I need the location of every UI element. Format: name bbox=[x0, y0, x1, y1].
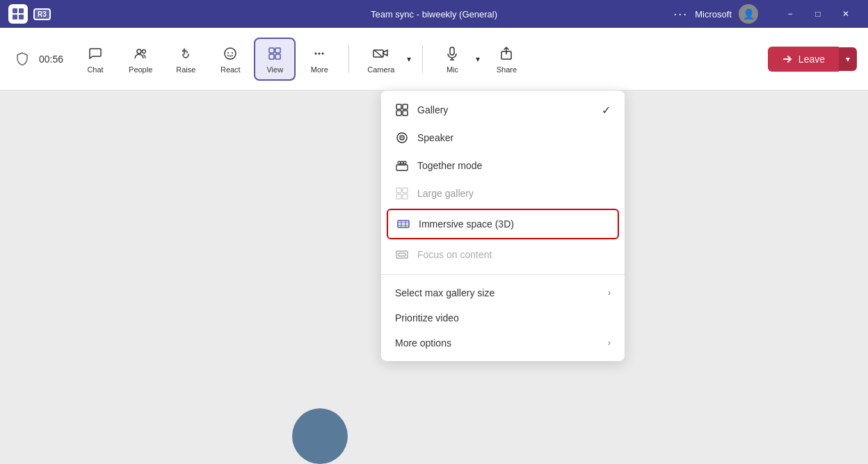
large-gallery-label: Large gallery bbox=[417, 188, 474, 199]
view-icon bbox=[267, 45, 282, 63]
svg-line-16 bbox=[374, 50, 383, 57]
svg-rect-25 bbox=[403, 111, 408, 115]
people-button[interactable]: People bbox=[119, 39, 162, 79]
people-icon bbox=[133, 45, 148, 63]
org-name: Microsoft bbox=[695, 9, 732, 19]
svg-rect-3 bbox=[19, 15, 24, 19]
raise-button[interactable]: Raise bbox=[165, 39, 207, 79]
mic-group: Mic ▾ bbox=[431, 39, 483, 79]
call-timer: 00:56 bbox=[39, 54, 63, 65]
svg-rect-9 bbox=[269, 48, 274, 53]
menu-item-gallery[interactable]: Gallery ✓ bbox=[381, 96, 625, 124]
gallery-label: Gallery bbox=[417, 104, 448, 115]
more-options-chevron: › bbox=[608, 338, 611, 348]
speaker-icon bbox=[395, 131, 409, 145]
maximize-button[interactable]: □ bbox=[804, 0, 832, 28]
chat-button[interactable]: Chat bbox=[74, 39, 116, 79]
react-label: React bbox=[220, 65, 241, 74]
title-bar: R3 Team sync - biweekly (General) ··· Mi… bbox=[0, 0, 868, 28]
raise-label: Raise bbox=[176, 65, 195, 74]
immersive-label: Immersive space (3D) bbox=[419, 218, 514, 230]
minimize-button[interactable]: − bbox=[776, 0, 804, 28]
badge-r3: R3 bbox=[33, 8, 51, 20]
more-button[interactable]: More bbox=[298, 39, 340, 79]
title-dots-menu[interactable]: ··· bbox=[673, 7, 688, 22]
menu-item-focus[interactable]: Focus on content bbox=[381, 241, 625, 269]
together-label: Together mode bbox=[417, 160, 482, 171]
toolbar-divider-2 bbox=[422, 45, 423, 73]
svg-rect-1 bbox=[19, 8, 24, 13]
mic-caret[interactable]: ▾ bbox=[473, 51, 483, 67]
svg-rect-24 bbox=[396, 111, 401, 115]
menu-divider bbox=[381, 274, 625, 275]
share-label: Share bbox=[497, 65, 517, 74]
large-gallery-icon bbox=[395, 186, 409, 200]
menu-item-immersive[interactable]: Immersive space (3D) bbox=[387, 209, 619, 239]
menu-item-prioritize[interactable]: Prioritize video bbox=[381, 305, 625, 330]
svg-rect-10 bbox=[275, 48, 280, 53]
mic-icon bbox=[444, 45, 460, 63]
view-label: View bbox=[266, 65, 283, 74]
menu-item-together[interactable]: Together mode bbox=[381, 152, 625, 179]
camera-button[interactable]: Camera bbox=[357, 39, 404, 79]
svg-point-13 bbox=[315, 52, 317, 54]
svg-rect-36 bbox=[403, 194, 408, 199]
main-content: Gallery ✓ Speaker bbox=[0, 90, 868, 464]
title-bar-title: Team sync - biweekly (General) bbox=[371, 9, 497, 19]
svg-point-8 bbox=[232, 52, 233, 54]
chat-label: Chat bbox=[87, 65, 103, 74]
camera-group: Camera ▾ bbox=[357, 39, 414, 79]
gallery-icon bbox=[395, 103, 409, 117]
view-dropdown-menu: Gallery ✓ Speaker bbox=[381, 90, 625, 361]
svg-rect-23 bbox=[403, 104, 408, 109]
leave-label: Leave bbox=[798, 54, 825, 65]
camera-icon bbox=[373, 45, 389, 63]
focus-label: Focus on content bbox=[417, 249, 492, 260]
svg-rect-29 bbox=[396, 165, 408, 170]
mic-label: Mic bbox=[447, 65, 458, 74]
people-label: People bbox=[129, 65, 152, 74]
app-icon bbox=[8, 4, 28, 24]
close-button[interactable]: ✕ bbox=[832, 0, 860, 28]
menu-item-speaker[interactable]: Speaker bbox=[381, 124, 625, 152]
together-icon bbox=[395, 159, 409, 173]
svg-rect-43 bbox=[399, 253, 405, 256]
svg-rect-35 bbox=[396, 194, 401, 199]
svg-point-14 bbox=[319, 52, 321, 54]
menu-item-large-gallery[interactable]: Large gallery bbox=[381, 179, 625, 207]
participant-avatar bbox=[292, 408, 348, 464]
react-button[interactable]: React bbox=[209, 39, 251, 79]
svg-rect-2 bbox=[13, 15, 17, 19]
svg-rect-12 bbox=[275, 54, 280, 59]
menu-item-gallery-size[interactable]: Select max gallery size › bbox=[381, 280, 625, 305]
share-icon bbox=[499, 45, 514, 63]
more-label: More bbox=[311, 65, 328, 74]
gallery-size-chevron: › bbox=[608, 288, 611, 298]
camera-caret[interactable]: ▾ bbox=[404, 51, 414, 67]
prioritize-label: Prioritize video bbox=[395, 312, 459, 323]
shield-icon bbox=[11, 48, 33, 70]
immersive-icon bbox=[396, 217, 410, 231]
svg-point-5 bbox=[143, 49, 146, 53]
leave-button[interactable]: Leave bbox=[768, 47, 839, 72]
toolbar-divider-1 bbox=[348, 45, 349, 73]
leave-caret[interactable]: ▾ bbox=[839, 47, 857, 71]
svg-point-4 bbox=[137, 49, 141, 54]
menu-item-more-options[interactable]: More options › bbox=[381, 330, 625, 355]
svg-rect-33 bbox=[396, 188, 401, 193]
share-button[interactable]: Share bbox=[485, 39, 527, 79]
leave-group: Leave ▾ bbox=[768, 47, 857, 72]
toolbar: 00:56 Chat People Raise bbox=[0, 28, 868, 90]
mic-button[interactable]: Mic bbox=[431, 39, 473, 79]
svg-rect-17 bbox=[450, 47, 454, 55]
window-controls: − □ ✕ bbox=[776, 0, 860, 28]
speaker-label: Speaker bbox=[417, 132, 453, 143]
svg-point-6 bbox=[225, 48, 236, 59]
more-icon bbox=[312, 45, 327, 63]
svg-point-32 bbox=[403, 161, 406, 164]
svg-rect-22 bbox=[396, 104, 401, 109]
gallery-size-label: Select max gallery size bbox=[395, 287, 495, 298]
user-avatar[interactable]: 👤 bbox=[739, 4, 758, 24]
svg-point-28 bbox=[401, 137, 403, 138]
view-button[interactable]: View bbox=[254, 38, 296, 81]
